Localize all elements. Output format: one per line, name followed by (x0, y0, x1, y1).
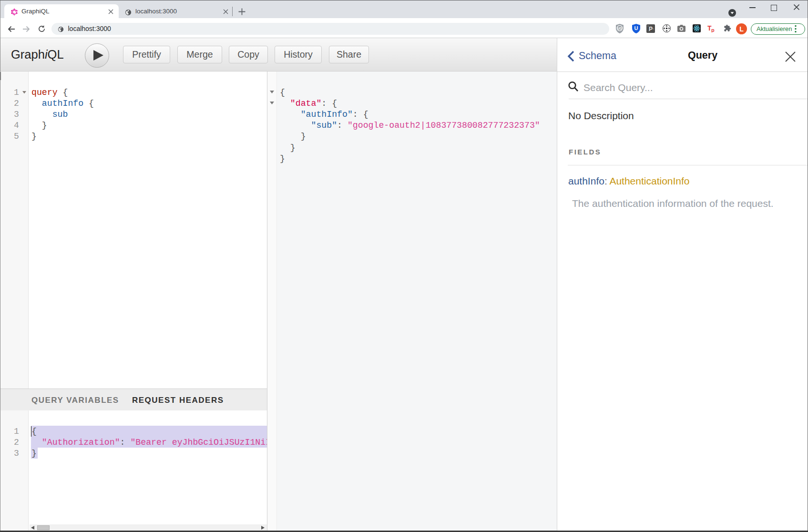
svg-text:p: p (711, 27, 715, 32)
svg-text:P: P (649, 26, 653, 32)
svg-text:U: U (634, 25, 638, 31)
svg-text:L: L (739, 25, 744, 33)
svg-text:UD: UD (617, 27, 622, 30)
